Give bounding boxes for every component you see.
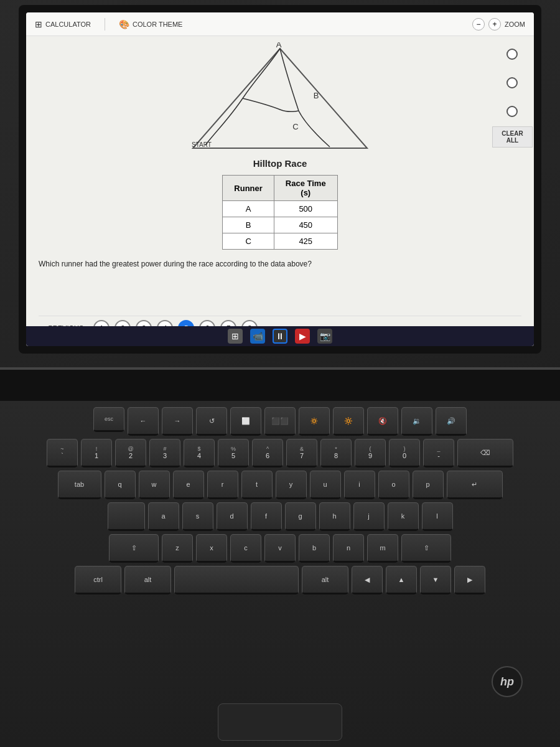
key-x[interactable]: x [196,534,227,563]
key-b[interactable]: b [299,534,330,563]
calculator-button[interactable]: ⊞ CALCULATOR [35,19,91,29]
data-table-container: Runner Race Time (s) A500B450C425 [39,175,521,250]
key-w[interactable]: w [139,471,170,499]
key-alt-right[interactable]: alt [302,566,348,594]
key-0[interactable]: )0 [389,439,420,467]
table-row: B450 [223,217,337,233]
key-6[interactable]: ^6 [252,439,283,467]
key-alt[interactable]: alt [124,566,171,594]
key-h[interactable]: h [319,502,350,531]
diagram-container: A B C START [180,42,380,154]
key-windows[interactable]: ⬛⬛ [264,407,296,436]
key-7[interactable]: &7 [286,439,317,467]
key-8[interactable]: *8 [320,439,352,467]
key-q[interactable]: q [105,471,136,499]
key-bright-up[interactable]: 🔆 [333,407,364,436]
svg-text:C: C [292,122,298,131]
key-k[interactable]: k [388,502,419,531]
key-row-fn: esc ← → ↺ ⬜ ⬛⬛ 🔅 🔆 🔇 🔉 🔊 [12,407,548,436]
key-n[interactable]: n [333,534,364,563]
key-fullscreen[interactable]: ⬜ [230,407,261,436]
key-row-zxcv: ⇧ z x c v b n m ⇧ [12,534,548,563]
key-shift-right[interactable]: ⇧ [401,534,451,563]
key-e[interactable]: e [173,471,204,499]
key-4[interactable]: $4 [184,439,215,467]
taskbar-grid-icon[interactable]: ⊞ [228,329,243,344]
key-shift-left[interactable]: ⇧ [109,534,159,563]
color-theme-icon: 🎨 [119,19,129,29]
key-t[interactable]: t [241,471,273,499]
taskbar-pause-icon[interactable]: ⏸ [273,329,287,344]
radio-option-1[interactable] [506,49,518,60]
key-j[interactable]: j [353,502,385,531]
key-tilde[interactable]: ~` [47,439,78,467]
table-row: A500 [223,201,337,217]
key-1[interactable]: !1 [81,439,112,467]
key-minus[interactable]: _- [423,439,454,467]
key-f[interactable]: f [251,502,282,531]
key-mute[interactable]: 🔇 [367,407,398,436]
radio-option-2[interactable] [506,77,518,88]
key-refresh[interactable]: ↺ [196,407,227,436]
key-l[interactable]: l [422,502,453,531]
key-m[interactable]: m [367,534,398,563]
key-v[interactable]: v [264,534,296,563]
question-text: Which runner had the greatest power duri… [39,258,521,270]
taskbar-camera-icon[interactable]: 📹 [250,329,265,344]
time-cell: 450 [274,217,337,233]
key-tab[interactable]: tab [58,471,101,499]
main-content: A B C START Hilltop Race [26,36,534,346]
key-ctrl[interactable]: ctrl [75,566,121,594]
key-y[interactable]: y [276,471,307,499]
calculator-label: CALCULATOR [45,21,91,28]
radio-option-3[interactable] [506,106,518,117]
keyboard-top-strip [0,370,560,401]
clear-all-button[interactable]: CLEAR ALL [492,126,533,148]
key-vol-down[interactable]: 🔉 [401,407,432,436]
data-table: Runner Race Time (s) A500B450C425 [222,175,337,250]
key-bright-down[interactable]: 🔅 [299,407,330,436]
key-backspace[interactable]: ⌫ [457,439,513,467]
screen-bezel: ⊞ CALCULATOR 🎨 COLOR THEME − + ZOOM [19,5,541,354]
key-g[interactable]: g [285,502,316,531]
key-r[interactable]: r [207,471,238,499]
screen: ⊞ CALCULATOR 🎨 COLOR THEME − + ZOOM [26,12,534,346]
svg-text:B: B [314,91,319,100]
key-d[interactable]: d [217,502,248,531]
key-5[interactable]: %5 [218,439,249,467]
key-arrow-right[interactable]: ▶ [454,566,485,594]
key-i[interactable]: i [344,471,375,499]
key-u[interactable]: u [310,471,341,499]
key-arrow-up[interactable]: ▲ [386,566,417,594]
key-row-qwerty: tab q w e r t y u i o p ↵ [12,471,548,499]
key-fwd[interactable]: → [162,407,193,436]
key-2[interactable]: @2 [115,439,146,467]
touchpad[interactable] [218,703,342,741]
zoom-out-button[interactable]: − [472,18,485,31]
key-q-left[interactable] [108,502,145,531]
key-row-numbers: ~` !1 @2 #3 $4 %5 ^6 &7 *8 (9 )0 _- ⌫ [12,439,548,467]
col-time-header: Race Time (s) [274,176,337,201]
key-3[interactable]: #3 [149,439,180,467]
taskbar-photo-icon[interactable]: 📷 [317,329,332,344]
key-space[interactable] [174,566,299,594]
key-esc[interactable]: esc [93,407,124,432]
key-s[interactable]: s [182,502,213,531]
key-enter[interactable]: ↵ [447,471,503,499]
key-row-asdf: a s d f g h j k l [12,502,548,531]
zoom-in-button[interactable]: + [488,18,501,31]
race-diagram: A B C START [39,42,521,154]
key-arrow-down[interactable]: ▼ [420,566,451,594]
key-o[interactable]: o [378,471,409,499]
key-9[interactable]: (9 [355,439,386,467]
key-vol-up[interactable]: 🔊 [436,407,467,436]
race-svg: A B C [180,42,380,154]
key-p[interactable]: p [413,471,444,499]
key-z[interactable]: z [162,534,193,563]
taskbar-play-icon[interactable]: ▶ [295,329,310,344]
key-c[interactable]: c [230,534,261,563]
key-a[interactable]: a [148,502,179,531]
key-back[interactable]: ← [128,407,159,436]
key-arrow-left[interactable]: ◀ [352,566,383,594]
color-theme-button[interactable]: 🎨 COLOR THEME [119,19,182,29]
